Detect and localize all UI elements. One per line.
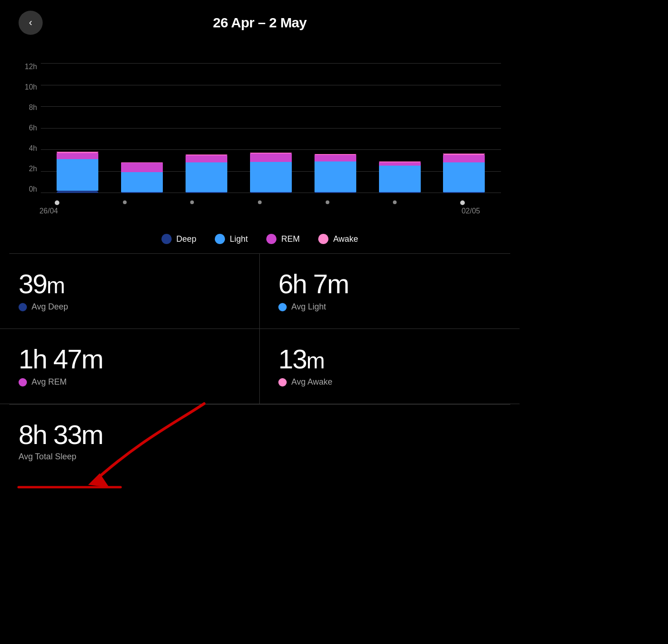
stat-value-2: 1h 47m [19,346,241,373]
bar-segment-light [121,172,163,192]
legend-dot-rem [266,234,276,244]
legend-dot-light [215,234,225,244]
legend-dot-awake [318,234,328,244]
y-axis-label: 10h [19,84,41,91]
y-axis-label: 0h [19,186,41,193]
chart-grid-bars [41,63,501,193]
bar-segment-rem [379,162,421,166]
legend-item-rem: REM [266,234,300,244]
stat-cell-1: 6h 7mAvg Light [260,254,520,329]
bar-segment-light [57,159,98,191]
legend-label-rem: REM [281,234,300,244]
bar-dot [326,200,329,204]
bar-dot [55,200,59,205]
bar-group [374,161,425,193]
header: ‹ 26 Apr – 2 May [0,0,520,40]
bar-segment-light [250,162,292,192]
x-axis-label: 02/05 [445,207,496,215]
legend-label-awake: Awake [333,234,358,244]
bar-segment-rem [315,155,356,161]
dot-group [369,200,420,205]
y-axis-label: 2h [19,165,41,173]
legend-item-light: Light [215,234,248,244]
stat-cell-0: 39mAvg Deep [0,254,260,329]
bar-segment-deep [186,192,227,193]
bar-segment-light [315,161,356,192]
total-sleep-value: 8h 33m [19,421,501,448]
legend: DeepLightREMAwake [0,220,520,253]
bar-segment-light [443,162,485,192]
total-sleep-section: 8h 33m Avg Total Sleep [0,405,520,478]
bar-segment-rem [57,153,98,160]
bar-segment-deep [443,192,485,193]
bar-chart: 0h2h4h6h8h10h12h [19,49,501,198]
bar-dot [258,200,262,204]
dot-group [302,200,353,205]
bar-dot [393,200,397,204]
stat-cell-3: 13mAvg Awake [260,329,520,404]
stats-grid: 39mAvg Deep6h 7mAvg Light1h 47mAvg REM13… [0,254,520,404]
stat-dot-1 [278,303,287,311]
x-axis-label: 26/04 [23,207,74,215]
back-button[interactable]: ‹ [19,11,43,35]
legend-dot-deep [161,234,172,244]
bar-stack [443,154,485,193]
bar-group [181,155,232,193]
dot-group [437,200,488,205]
dot-group [99,200,150,205]
bar-group [245,153,296,193]
stat-label-3: Avg Awake [291,377,332,387]
legend-item-awake: Awake [318,234,358,244]
legend-label-deep: Deep [176,234,196,244]
bar-group [52,152,103,193]
stat-label-2: Avg REM [32,377,67,387]
bar-segment-deep [57,191,98,193]
stat-dot-0 [19,303,27,311]
bar-group [310,154,361,193]
bar-stack [57,152,98,193]
stat-dot-3 [278,378,287,386]
bars-area [41,63,501,193]
stat-label-row-1: Avg Light [278,302,501,312]
bar-group [116,162,167,193]
stat-value-3: 13m [278,346,501,373]
bar-stack [121,162,163,193]
bar-stack [250,153,292,193]
stat-label-row-3: Avg Awake [278,377,501,387]
dot-group [234,200,285,205]
bar-group [438,154,489,193]
y-axis-label: 12h [19,63,41,71]
bar-dot [123,200,127,204]
bar-segment-deep [379,192,421,193]
bar-segment-rem [186,155,227,162]
stat-value-1: 6h 7m [278,270,501,297]
stat-label-row-0: Avg Deep [19,302,241,312]
y-axis-label: 6h [19,124,41,132]
bar-stack [186,155,227,193]
dot-group [32,200,83,205]
bar-segment-light [186,162,227,192]
bar-segment-deep [121,192,163,193]
date-range-title: 26 Apr – 2 May [19,15,501,31]
stat-label-0: Avg Deep [32,302,68,312]
chart-section: 0h2h4h6h8h10h12h 26/0402/05 [0,40,520,220]
bar-segment-rem [443,155,485,162]
legend-label-light: Light [230,234,248,244]
y-axis-label: 8h [19,104,41,111]
bar-segment-light [379,166,421,193]
bar-stack [379,161,421,193]
stat-value-0: 39m [19,270,241,297]
bar-dot [190,200,194,204]
bar-segment-rem [250,154,292,162]
bar-stack [315,154,356,193]
y-axis-label: 4h [19,145,41,152]
bar-segment-deep [315,192,356,193]
y-axis: 0h2h4h6h8h10h12h [19,63,41,193]
bar-segment-rem [121,163,163,172]
legend-item-deep: Deep [161,234,196,244]
stat-dot-2 [19,378,27,386]
stat-label-1: Avg Light [291,302,326,312]
stat-cell-2: 1h 47mAvg REM [0,329,260,404]
bar-segment-deep [250,192,292,193]
total-sleep-label: Avg Total Sleep [19,452,501,462]
